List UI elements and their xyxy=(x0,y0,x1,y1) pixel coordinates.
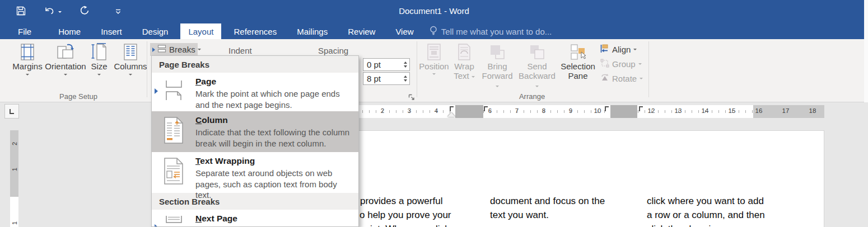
columns-button[interactable]: Columns xyxy=(113,42,148,75)
group-divider xyxy=(147,41,147,97)
spinner-arrows[interactable] xyxy=(402,62,409,68)
bring-forward-label-1: Bring xyxy=(487,62,507,71)
send-backward-label-2: Backward xyxy=(519,71,556,81)
spin-up-icon[interactable] xyxy=(404,62,407,64)
ruler-number: 14 xyxy=(699,107,711,114)
ruler-number: 4 xyxy=(431,107,442,114)
menu-item-column[interactable]: Column Indicate that the text following … xyxy=(152,111,358,152)
wrap-text-button: Wrap Text xyxy=(450,42,478,81)
align-caret-icon xyxy=(633,49,637,50)
tab-design[interactable]: Design xyxy=(134,23,176,39)
bring-forward-caret-icon xyxy=(496,86,499,87)
column-margin-marker[interactable] xyxy=(605,106,609,111)
spin-down-icon[interactable] xyxy=(404,65,407,68)
right-indent-marker[interactable] xyxy=(447,112,455,117)
insertion-indicator-icon xyxy=(155,224,158,227)
breaks-button[interactable]: Breaks xyxy=(150,43,198,56)
spinner-arrows[interactable] xyxy=(402,75,409,82)
menu-item-page[interactable]: Page Mark the point at which one page en… xyxy=(152,73,358,111)
size-caret-icon xyxy=(97,74,101,75)
tab-home[interactable]: Home xyxy=(50,23,88,39)
size-button[interactable]: Size xyxy=(87,42,111,75)
margins-label: Margins xyxy=(12,62,42,71)
spacing-after-spinner[interactable]: 8 pt xyxy=(363,72,410,85)
orientation-button[interactable]: Orientation xyxy=(47,42,84,75)
rotate-caret-icon xyxy=(640,78,643,79)
word-window: Document1 - Word File Home Insert Design… xyxy=(0,0,868,227)
document-text: point. When you click xyxy=(360,224,450,227)
tab-mailings[interactable]: Mailings xyxy=(289,23,335,39)
group-divider xyxy=(417,41,417,97)
document-text: click the plus sign. xyxy=(647,224,724,227)
paragraph-dialog-launcher[interactable] xyxy=(408,93,415,103)
position-label: Position xyxy=(419,62,449,71)
margins-button[interactable]: Margins xyxy=(10,42,45,75)
spacing-heading: Spacing xyxy=(318,46,348,55)
menu-item-column-title: Column xyxy=(195,115,354,125)
margins-icon xyxy=(19,42,36,62)
send-backward-icon xyxy=(529,42,545,62)
align-button[interactable]: Align xyxy=(600,44,637,55)
ribbon-tab-row: File Home Insert Design Layout Reference… xyxy=(0,23,868,39)
wrap-text-label-2: Text xyxy=(454,71,469,81)
tell-me-box[interactable]: Tell me what you want to do... xyxy=(430,23,552,39)
spin-down-icon[interactable] xyxy=(404,79,407,82)
column-gutter-1[interactable] xyxy=(455,105,483,118)
columns-label: Columns xyxy=(114,62,147,71)
column-gutter-2[interactable] xyxy=(610,105,637,118)
document-text: o help you prove your xyxy=(360,210,451,221)
column-margin-marker[interactable] xyxy=(450,106,454,111)
position-button: Position xyxy=(419,42,449,75)
insertion-indicator-icon xyxy=(155,88,158,94)
tab-stop-selector[interactable] xyxy=(4,104,19,119)
group-button: Group xyxy=(600,59,642,69)
document-text: text you want. xyxy=(490,210,549,221)
tab-layout[interactable]: Layout xyxy=(180,23,221,39)
group-label: Group xyxy=(612,59,636,69)
spacing-after-value: 8 pt xyxy=(363,74,402,83)
column-margin-marker[interactable] xyxy=(484,106,488,111)
arrange-group-label: Arrange xyxy=(504,92,560,101)
window-edge xyxy=(864,0,868,102)
document-text: document and focus on the xyxy=(490,196,605,207)
title-bar: Document1 - Word xyxy=(0,0,868,23)
indent-heading: Indent xyxy=(228,46,252,55)
menu-item-next-page-title: Next Page xyxy=(195,214,354,224)
ruler-number: 3 xyxy=(404,107,415,114)
position-caret-icon xyxy=(432,73,436,75)
spacing-before-spinner[interactable]: 0 pt xyxy=(363,58,410,71)
ribbon: Margins Orientation Size Columns Page Se… xyxy=(0,39,868,102)
page-break-icon xyxy=(152,77,195,102)
margins-caret-icon xyxy=(26,74,29,75)
vertical-ruler[interactable]: 2 1 1 xyxy=(10,119,18,227)
selection-pane-icon xyxy=(569,42,587,62)
tab-insert[interactable]: Insert xyxy=(93,23,130,39)
column-margin-marker[interactable] xyxy=(639,106,643,111)
wrap-text-caret-icon xyxy=(472,76,475,78)
tab-view[interactable]: View xyxy=(388,23,421,39)
spin-up-icon[interactable] xyxy=(404,75,407,78)
page-setup-group-label: Page Setup xyxy=(42,92,115,101)
breaks-label: Breaks xyxy=(169,45,195,54)
tab-file[interactable]: File xyxy=(10,23,39,39)
bring-forward-label-2: Forward xyxy=(482,71,512,81)
ruler-number: 17 xyxy=(780,107,791,114)
tab-references[interactable]: References xyxy=(226,23,284,39)
menu-item-page-desc: and the next page begins. xyxy=(195,100,354,111)
window-title: Document1 - Word xyxy=(0,6,868,16)
group-icon xyxy=(600,59,609,69)
menu-item-next-page[interactable]: Next Page xyxy=(152,210,358,227)
selection-pane-button[interactable]: Selection Pane xyxy=(559,42,597,81)
tab-review[interactable]: Review xyxy=(340,23,383,39)
size-label: Size xyxy=(91,62,107,71)
menu-item-text-wrapping[interactable]: Text Wrapping Separate text around objec… xyxy=(152,152,358,193)
menu-item-page-title: Page xyxy=(195,77,354,87)
orientation-label: Orientation xyxy=(45,62,86,71)
ruler-number: 18 xyxy=(807,107,818,114)
menu-item-text-wrapping-title: Text Wrapping xyxy=(195,156,354,166)
orientation-caret-icon xyxy=(64,74,67,75)
ruler-number: 1 xyxy=(11,220,18,227)
size-icon xyxy=(91,42,108,62)
position-icon xyxy=(427,42,441,62)
rotate-button: Rotate xyxy=(600,73,643,84)
